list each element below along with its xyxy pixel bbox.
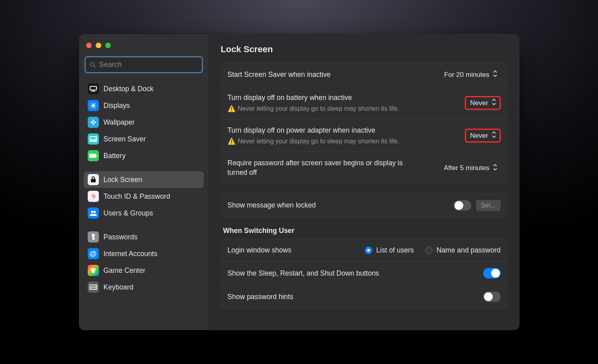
row-battery-display: Turn display off on battery when inactiv… <box>221 86 507 119</box>
sidebar-item-lock-screen[interactable]: Lock Screen <box>84 171 204 188</box>
svg-point-16 <box>92 123 94 125</box>
minimize-window-button[interactable] <box>96 43 101 48</box>
gamecenter-icon <box>88 265 99 276</box>
window-controls <box>84 41 204 56</box>
touchid-icon <box>88 191 99 202</box>
svg-line-1 <box>94 66 95 67</box>
row-label: Login window shows <box>228 246 292 255</box>
svg-rect-45 <box>91 288 96 289</box>
sidebar-item-label: Screen Saver <box>104 135 146 143</box>
desktop-dock-icon <box>88 83 99 94</box>
svg-rect-38 <box>94 285 94 286</box>
svg-line-10 <box>91 103 92 104</box>
row-label: Turn display off on battery when inactiv… <box>228 93 457 103</box>
row-password-hints: Show password hints <box>221 285 507 308</box>
svg-rect-22 <box>89 154 96 158</box>
displays-icon <box>88 100 99 111</box>
svg-rect-23 <box>96 155 97 157</box>
search-icon <box>90 62 96 68</box>
sidebar-item-users-groups[interactable]: Users & Groups <box>84 205 204 221</box>
radio-name-and-password[interactable]: Name and password <box>425 246 501 254</box>
sidebar-item-label: Touch ID & Password <box>104 192 170 201</box>
sidebar-item-desktop-dock[interactable]: Desktop & Dock <box>84 80 204 97</box>
warning-text: ⚠️Never letting your display go to sleep… <box>228 137 457 146</box>
show-message-toggle[interactable] <box>454 200 471 211</box>
radio-label: Name and password <box>437 246 501 254</box>
warning-icon: ⚠️ <box>228 104 236 113</box>
passwords-icon <box>88 231 99 243</box>
sidebar-item-screensaver[interactable]: Screen Saver <box>84 131 204 147</box>
dropdown-value: For 20 minutes <box>444 71 489 79</box>
svg-point-18 <box>94 122 96 123</box>
svg-rect-30 <box>92 238 94 239</box>
dropdown-value: Never <box>470 99 488 107</box>
sidebar-item-passwords[interactable]: Passwords <box>84 229 204 245</box>
svg-point-26 <box>93 211 96 213</box>
dropdown-value: Never <box>470 132 488 140</box>
power-display-dropdown[interactable]: Never <box>465 129 500 143</box>
password-hints-toggle[interactable] <box>483 292 501 302</box>
svg-rect-41 <box>91 286 92 287</box>
sidebar-item-label: Displays <box>104 102 130 110</box>
sidebar-item-displays[interactable]: Displays <box>84 97 204 114</box>
keyboard-icon <box>88 282 99 293</box>
sidebar-item-label: Battery <box>104 152 126 160</box>
search-field[interactable] <box>85 56 203 73</box>
users-groups-icon <box>88 207 99 219</box>
sleep-buttons-toggle[interactable] <box>483 268 501 278</box>
radio-button <box>425 247 433 254</box>
sidebar-item-label: Lock Screen <box>104 176 142 184</box>
svg-point-25 <box>91 211 93 213</box>
main-content: Lock Screen Start Screen Saver when inac… <box>209 34 519 330</box>
svg-point-27 <box>92 234 95 237</box>
row-screensaver: Start Screen Saver when inactive For 20 … <box>221 63 507 86</box>
close-window-button[interactable] <box>86 43 92 48</box>
sidebar-item-label: Desktop & Dock <box>104 85 153 93</box>
require-password-dropdown[interactable]: After 5 minutes <box>440 163 500 174</box>
svg-point-15 <box>92 120 94 121</box>
sidebar-item-keyboard[interactable]: Keyboard <box>84 279 204 296</box>
lock-screen-options-card: Start Screen Saver when inactive For 20 … <box>221 63 508 184</box>
row-label: Start Screen Saver when inactive <box>228 70 433 80</box>
sidebar-item-label: Wallpaper <box>104 118 135 127</box>
sidebar-item-gamecenter[interactable]: Game Center <box>84 262 204 279</box>
sidebar-item-touchid[interactable]: Touch ID & Password <box>84 188 204 205</box>
chevron-updown-icon <box>493 164 498 172</box>
row-label: Show message when locked <box>228 201 446 210</box>
svg-point-14 <box>92 121 94 123</box>
sidebar-item-internet-accounts[interactable]: @ Internet Accounts <box>84 245 204 262</box>
sidebar-item-label: Passwords <box>104 233 138 241</box>
fullscreen-window-button[interactable] <box>105 43 111 48</box>
radio-button-selected <box>365 247 372 254</box>
screensaver-dropdown[interactable]: For 20 minutes <box>440 69 500 80</box>
sidebar: Desktop & Dock Displays Wallpaper Screen… <box>79 34 209 330</box>
radio-list-of-users[interactable]: List of users <box>365 246 414 254</box>
svg-rect-35 <box>90 285 91 286</box>
chevron-updown-icon <box>492 131 497 140</box>
row-login-window: Login window shows List of users Name an… <box>221 239 507 262</box>
battery-display-dropdown[interactable]: Never <box>465 96 500 110</box>
svg-rect-43 <box>94 286 94 287</box>
sidebar-item-wallpaper[interactable]: Wallpaper <box>84 114 204 131</box>
svg-point-17 <box>91 122 92 123</box>
sidebar-item-label: Users & Groups <box>104 209 153 217</box>
dropdown-value: After 5 minutes <box>444 164 489 172</box>
svg-rect-44 <box>95 286 96 287</box>
set-message-button[interactable]: Set... <box>476 200 500 211</box>
row-label: Show password hints <box>228 292 475 302</box>
row-show-message: Show message when locked Set... <box>221 194 507 217</box>
svg-point-21 <box>94 138 95 139</box>
svg-rect-3 <box>90 87 96 90</box>
settings-window: Desktop & Dock Displays Wallpaper Screen… <box>79 34 519 330</box>
lock-screen-icon <box>88 174 99 185</box>
row-label: Turn display off on power adapter when i… <box>228 126 457 135</box>
sidebar-item-battery[interactable]: Battery <box>84 147 204 164</box>
sidebar-item-label: Internet Accounts <box>104 250 157 258</box>
sidebar-item-label: Keyboard <box>104 283 134 292</box>
search-input[interactable] <box>99 61 198 69</box>
warning-icon: ⚠️ <box>228 137 236 146</box>
svg-line-13 <box>94 103 95 104</box>
switching-user-card: Login window shows List of users Name an… <box>221 239 508 309</box>
lock-message-card: Show message when locked Set... <box>221 193 508 218</box>
svg-rect-37 <box>92 285 93 286</box>
